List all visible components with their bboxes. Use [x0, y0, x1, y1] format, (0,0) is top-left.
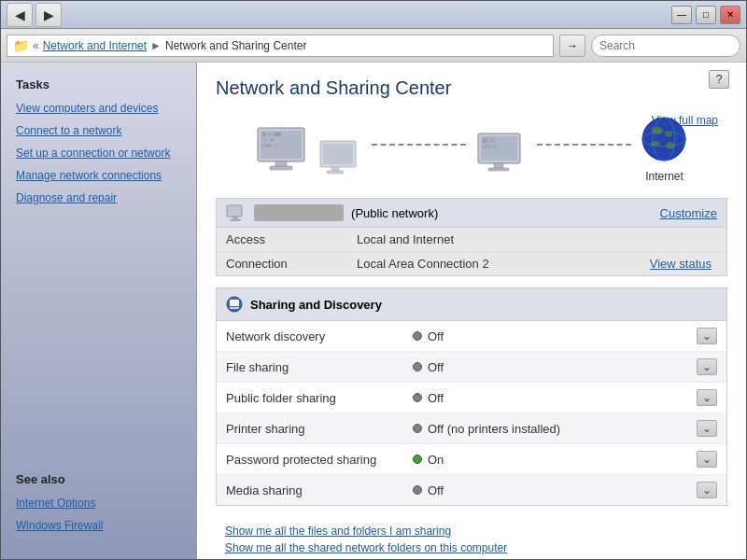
title-bar: ◀ ▶ — □ ✕ [1, 1, 746, 29]
bottom-link-files[interactable]: Show me all the files and folders I am s… [225, 525, 718, 538]
sidebar-item-internet-options[interactable]: Internet Options [1, 492, 196, 514]
content-inner: Network and Sharing Center View full map [197, 63, 746, 559]
status-dot-password-sharing [413, 455, 422, 464]
sharing-section: Sharing and Discovery Network discovery … [216, 287, 727, 506]
sharing-status-text-network-discovery: Off [428, 329, 444, 343]
globe-svg [639, 114, 690, 165]
window-controls: — □ ✕ [671, 6, 740, 24]
address-bar: 📁 « Network and Internet ► Network and S… [1, 29, 746, 63]
breadcrumb-separator: « [33, 39, 39, 52]
svg-rect-31 [227, 205, 242, 217]
svg-rect-35 [230, 300, 239, 306]
sharing-row-network-discovery: Network discovery Off ⌄ [217, 321, 726, 352]
sharing-status-printer-sharing: Off (no printers installed) [413, 422, 697, 436]
search-box: 🔍 [591, 35, 740, 57]
minimize-button[interactable]: — [671, 6, 692, 24]
sharing-name-file-sharing: File sharing [226, 360, 413, 374]
svg-point-29 [651, 141, 660, 147]
sharing-heading: Sharing and Discovery [250, 298, 382, 312]
sharing-row-media-sharing: Media sharing Off ⌄ [217, 475, 726, 505]
network-info: XXXXXXXXXX (Public network) Customize Ac… [216, 198, 727, 276]
svg-rect-33 [231, 219, 240, 221]
svg-rect-12 [323, 144, 353, 164]
breadcrumb-path2: Network and Sharing Center [165, 39, 306, 52]
network-diagram: Internet [216, 114, 727, 183]
network-name-left: XXXXXXXXXX (Public network) [226, 204, 438, 221]
sharing-status-file-sharing: Off [413, 360, 697, 374]
breadcrumb-icon: 📁 [13, 38, 29, 53]
expand-public-folder[interactable]: ⌄ [697, 389, 717, 406]
sidebar: Tasks View computers and devices Connect… [1, 63, 197, 559]
network-type: (Public network) [351, 206, 438, 220]
sidebar-tasks: Tasks View computers and devices Connect… [1, 74, 196, 209]
svg-rect-32 [233, 217, 237, 219]
internet-icon: Internet [639, 114, 690, 183]
svg-point-28 [665, 132, 672, 137]
svg-rect-9 [275, 161, 287, 166]
svg-rect-4 [274, 133, 281, 136]
diagram-container: View full map [216, 114, 727, 183]
back-button[interactable]: ◀ [7, 3, 33, 27]
main-area: Tasks View computers and devices Connect… [1, 63, 746, 559]
view-status-link[interactable]: View status [650, 257, 712, 271]
sidebar-item-diagnose[interactable]: Diagnose and repair [1, 187, 196, 209]
go-button[interactable]: → [559, 35, 585, 57]
expand-file-sharing[interactable]: ⌄ [697, 358, 717, 375]
expand-printer-sharing[interactable]: ⌄ [697, 420, 717, 437]
svg-rect-14 [327, 171, 344, 174]
page-title: Network and Sharing Center [216, 77, 727, 99]
expand-media-sharing[interactable]: ⌄ [697, 482, 717, 498]
sharing-name-network-discovery: Network discovery [226, 329, 413, 343]
sharing-status-password-sharing: On [413, 453, 697, 467]
expand-password-sharing[interactable]: ⌄ [697, 451, 717, 468]
sharing-name-public-folder: Public folder sharing [226, 391, 413, 405]
sidebar-item-view-computers[interactable]: View computers and devices [1, 97, 196, 119]
network-name-blurred: XXXXXXXXXX [254, 204, 344, 221]
connection-label: Connection [226, 257, 357, 271]
access-value: Local and Internet [357, 232, 717, 246]
maximize-button[interactable]: □ [696, 6, 716, 24]
network-name-row: XXXXXXXXXX (Public network) Customize [217, 199, 726, 228]
address-path[interactable]: 📁 « Network and Internet ► Network and S… [7, 35, 554, 57]
help-button[interactable]: ? [709, 70, 729, 89]
svg-rect-10 [270, 166, 292, 170]
svg-rect-18 [489, 138, 494, 143]
network-icon-small [226, 204, 247, 221]
sidebar-see-also: See also Internet Options Windows Firewa… [1, 469, 196, 537]
customize-link[interactable]: Customize [660, 206, 717, 220]
search-input[interactable] [592, 39, 747, 52]
svg-rect-5 [262, 138, 268, 142]
svg-rect-3 [268, 133, 272, 136]
bottom-links: Show me all the files and folders I am s… [216, 517, 727, 559]
bottom-link-folders[interactable]: Show me all the shared network folders o… [225, 541, 718, 554]
status-dot-public-folder [413, 393, 422, 402]
nav-area: ◀ ▶ [7, 3, 62, 27]
expand-network-discovery[interactable]: ⌄ [697, 328, 717, 344]
sharing-name-password-sharing: Password protected sharing [226, 453, 413, 467]
close-button[interactable]: ✕ [720, 6, 740, 24]
sharing-name-printer-sharing: Printer sharing [226, 422, 413, 436]
sidebar-item-connect[interactable]: Connect to a network [1, 119, 196, 142]
tasks-heading: Tasks [1, 74, 196, 97]
internet-label: Internet [639, 170, 690, 183]
help-area: ? [709, 70, 729, 89]
window: ◀ ▶ — □ ✕ 📁 « Network and Internet ► Net… [0, 0, 747, 560]
svg-rect-13 [331, 167, 339, 171]
sidebar-item-manage[interactable]: Manage network connections [1, 164, 196, 187]
svg-rect-19 [483, 145, 490, 148]
forward-button[interactable]: ▶ [35, 3, 62, 27]
sharing-status-text-file-sharing: Off [428, 360, 444, 374]
second-computer-icon [317, 140, 364, 177]
svg-rect-17 [483, 138, 487, 143]
status-dot-printer-sharing [413, 424, 422, 433]
breadcrumb-path1: Network and Internet [43, 39, 147, 52]
connection-line-2 [537, 144, 631, 146]
sidebar-item-windows-firewall[interactable]: Windows Firewall [1, 514, 196, 537]
svg-rect-8 [274, 144, 279, 147]
status-dot-media-sharing [413, 485, 422, 495]
sharing-row-password-sharing: Password protected sharing On ⌄ [217, 444, 726, 475]
svg-rect-20 [492, 145, 498, 148]
svg-point-27 [652, 127, 663, 134]
sharing-row-public-folder: Public folder sharing Off ⌄ [217, 383, 726, 413]
sidebar-item-setup[interactable]: Set up a connection or network [1, 142, 196, 164]
